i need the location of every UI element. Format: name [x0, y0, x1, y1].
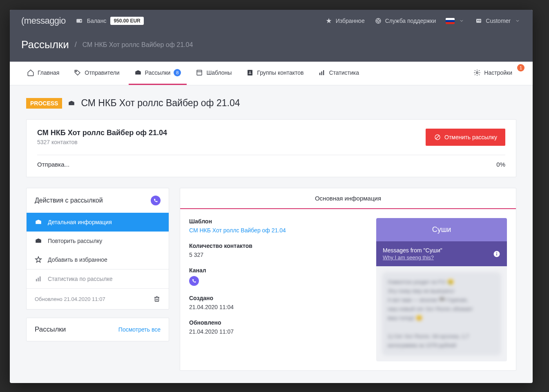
- tab-home[interactable]: Главная: [21, 62, 65, 85]
- template-link[interactable]: СМ НКБ Хот роллс Вайбер оф 21.04: [189, 227, 367, 234]
- inbox-icon: [35, 218, 42, 226]
- balance-label: Баланс: [87, 18, 107, 24]
- created-label: Создано: [189, 295, 367, 301]
- svg-rect-27: [155, 297, 159, 301]
- preview-message-bubble: Хэмилтон уходит из F1! 😢 Эту гонку ему н…: [382, 272, 501, 356]
- page-title: СМ НКБ Хот роллс Вайбер оф 21.04: [81, 98, 240, 109]
- svg-rect-26: [40, 276, 40, 281]
- svg-point-34: [496, 252, 497, 253]
- view-all-link[interactable]: Посмотреть все: [118, 326, 161, 333]
- info-tab[interactable]: Основная информация: [180, 188, 516, 209]
- inbox-icon: [134, 69, 142, 76]
- home-icon: [27, 69, 34, 76]
- template-icon: [196, 69, 203, 76]
- campaign-name: СМ НКБ Хот роллс Вайбер оф 21.04: [37, 129, 167, 137]
- tab-contact-groups[interactable]: Группы контактов: [241, 62, 309, 85]
- contacts-icon: [246, 69, 254, 76]
- tab-campaigns[interactable]: Рассылки 8: [129, 62, 187, 85]
- viber-icon: [151, 196, 161, 205]
- balance-amount: 950.00 EUR: [110, 17, 143, 25]
- contacts-label: Количество контактов: [189, 243, 367, 249]
- wallet-icon: [76, 17, 83, 24]
- svg-rect-25: [38, 278, 39, 281]
- id-card-icon: [475, 17, 482, 24]
- tab-templates[interactable]: Шаблоны: [190, 62, 237, 85]
- support-icon: [375, 17, 382, 24]
- inbox-icon: [35, 237, 42, 245]
- chevron-down-icon: [458, 17, 465, 24]
- tab-senders[interactable]: Отправители: [68, 62, 125, 85]
- balance[interactable]: Баланс 950.00 EUR: [76, 17, 144, 25]
- breadcrumb-root[interactable]: Рассылки: [21, 38, 69, 51]
- messages-from-label: Messages from "Суши": [383, 247, 442, 254]
- flag-ru-icon: [446, 18, 455, 24]
- sending-label: Отправка...: [37, 161, 69, 168]
- bar-chart-icon: [318, 69, 326, 76]
- tab-settings[interactable]: Настройки: [468, 62, 518, 85]
- gear-icon: [473, 69, 481, 76]
- tab-statistics[interactable]: Статистика: [312, 62, 365, 85]
- cancel-icon: [434, 134, 441, 141]
- channel-label: Канал: [189, 267, 367, 274]
- breadcrumb-current: СМ НКБ Хот роллс Вайбер оф 21.04: [83, 41, 193, 49]
- summary-card: СМ НКБ Хот роллс Вайбер оф 21.04 5327 ко…: [26, 119, 516, 177]
- created-value: 21.04.2020 11:04: [189, 304, 367, 310]
- svg-point-21: [476, 72, 478, 74]
- chevron-down-icon: [514, 17, 521, 24]
- svg-rect-10: [479, 20, 481, 20]
- breadcrumb-separator: /: [75, 40, 77, 49]
- info-card: Основная информация Шаблон СМ НКБ Хот ро…: [180, 188, 516, 371]
- sending-percent: 0%: [496, 161, 505, 168]
- updated-label: Обновлено: [189, 319, 367, 326]
- actions-title: Действия с рассылкой: [35, 197, 103, 204]
- action-favorite[interactable]: Добавить в избранное: [27, 250, 169, 269]
- divider: [37, 155, 505, 155]
- svg-point-9: [478, 20, 479, 21]
- status-badge: PROCESS: [26, 98, 62, 109]
- contacts-value: 5 327: [189, 252, 367, 258]
- cancel-campaign-button[interactable]: Отменить рассылку: [426, 129, 505, 146]
- campaigns-list-title: Рассылки: [35, 325, 66, 334]
- page-title-row: PROCESS СМ НКБ Хот роллс Вайбер оф 21.04: [26, 98, 516, 109]
- logo: messaggio: [21, 16, 66, 26]
- svg-line-23: [436, 136, 439, 139]
- svg-rect-1: [80, 20, 81, 22]
- why-seeing-link[interactable]: Why I am seeng this?: [383, 254, 442, 261]
- content: PROCESS СМ НКБ Хот роллс Вайбер оф 21.04…: [10, 85, 533, 383]
- delete-button[interactable]: [153, 295, 161, 303]
- nav-tabs: Главная Отправители Рассылки 8 Шаблоны Г…: [10, 62, 533, 85]
- svg-rect-17: [249, 74, 251, 74]
- actions-updated: Обновлено 21.04.2020 11:07: [35, 296, 105, 302]
- settings-notification-badge: 1: [517, 64, 524, 71]
- updated-value: 21.04.2020 11:07: [189, 328, 367, 335]
- svg-rect-20: [323, 70, 324, 75]
- campaigns-badge: 8: [174, 69, 181, 76]
- svg-point-12: [76, 71, 76, 72]
- favorites-link[interactable]: Избранное: [325, 17, 365, 24]
- viber-icon: [189, 276, 199, 286]
- support-link[interactable]: Служба поддержки: [375, 17, 436, 24]
- topbar: messaggio Баланс 950.00 EUR Избранное Сл…: [10, 10, 533, 32]
- svg-point-3: [377, 20, 379, 22]
- action-repeat[interactable]: Повторить рассылку: [27, 232, 169, 250]
- progress-row: Отправка... 0%: [37, 161, 505, 168]
- preview-subheader: Messages from "Суши" Why I am seeng this…: [376, 241, 507, 266]
- info-icon[interactable]: [493, 250, 500, 258]
- action-stats[interactable]: Статистика по рассылке: [27, 270, 169, 288]
- preview-sender: Суши: [376, 218, 507, 241]
- svg-rect-13: [197, 70, 202, 75]
- action-detail[interactable]: Детальная информация: [27, 213, 169, 232]
- bar-chart-icon: [35, 275, 42, 283]
- campaigns-list-card: Рассылки Посмотреть все: [26, 318, 169, 341]
- language-switcher[interactable]: [446, 17, 465, 24]
- svg-rect-24: [36, 279, 37, 281]
- app-window: messaggio Баланс 950.00 EUR Избранное Сл…: [10, 10, 533, 383]
- campaign-contacts: 5327 контактов: [37, 139, 167, 145]
- tag-icon: [74, 69, 81, 76]
- star-icon: [325, 17, 333, 24]
- message-preview: Суши Messages from "Суши" Why I am seeng…: [376, 218, 507, 361]
- customer-menu[interactable]: Customer: [475, 17, 521, 24]
- svg-rect-19: [321, 71, 322, 75]
- inbox-icon: [68, 100, 75, 107]
- breadcrumb: Рассылки / СМ НКБ Хот роллс Вайбер оф 21…: [10, 32, 533, 62]
